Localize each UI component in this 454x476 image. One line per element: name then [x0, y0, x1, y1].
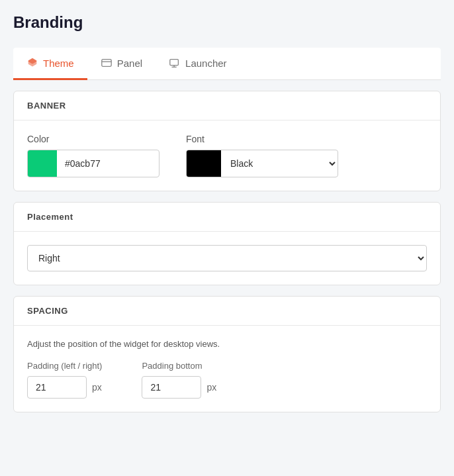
color-group: Color #0acb77: [27, 134, 159, 177]
spacing-body: Adjust the position of the widget for de…: [14, 326, 440, 412]
placement-select[interactable]: Right Left Center: [27, 245, 427, 271]
svg-rect-2: [170, 60, 179, 66]
padding-lr-input[interactable]: [27, 376, 87, 399]
banner-body: Color #0acb77 Font Black White: [14, 120, 440, 191]
placement-header: Placement: [14, 203, 440, 232]
tab-launcher-label: Launcher: [185, 58, 227, 69]
spacing-description: Adjust the position of the widget for de…: [27, 339, 427, 349]
panel-icon: [101, 57, 113, 69]
spacing-card: SPACING Adjust the position of the widge…: [13, 296, 441, 412]
content-area: BANNER Color #0acb77 Font: [13, 80, 441, 434]
spacing-header: SPACING: [14, 297, 440, 326]
padding-bottom-input-row: px: [142, 376, 216, 399]
padding-bottom-group: Padding bottom px: [142, 361, 216, 399]
tab-theme[interactable]: Theme: [13, 48, 87, 80]
color-input-wrapper[interactable]: #0acb77: [27, 150, 159, 177]
placement-body: Right Left Center: [14, 232, 440, 285]
padding-bottom-unit: px: [206, 382, 216, 393]
padding-lr-label: Padding (left / right): [27, 361, 102, 371]
theme-icon: [26, 57, 38, 69]
padding-lr-input-row: px: [27, 376, 102, 399]
padding-lr-unit: px: [92, 382, 102, 393]
tab-theme-label: Theme: [43, 58, 74, 69]
color-hex-text: #0acb77: [57, 158, 159, 169]
font-color-swatch[interactable]: [187, 150, 221, 177]
svg-rect-0: [101, 60, 111, 67]
color-label: Color: [27, 134, 159, 144]
tab-launcher[interactable]: Launcher: [156, 48, 240, 80]
color-swatch[interactable]: [28, 150, 57, 177]
padding-bottom-input[interactable]: [142, 376, 201, 399]
padding-row: Padding (left / right) px Padding bottom…: [27, 361, 427, 399]
tabs-bar: Theme Panel Launcher: [13, 48, 441, 80]
font-select-wrapper: Black White Gray: [186, 150, 338, 177]
font-group: Font Black White Gray: [186, 134, 338, 177]
launcher-icon: [169, 57, 181, 69]
banner-header: BANNER: [14, 91, 440, 120]
font-select[interactable]: Black White Gray: [221, 158, 338, 169]
banner-card: BANNER Color #0acb77 Font: [13, 91, 441, 191]
page-title: Branding: [13, 13, 441, 32]
padding-lr-group: Padding (left / right) px: [27, 361, 102, 399]
banner-form-row: Color #0acb77 Font Black White: [27, 134, 427, 177]
placement-card: Placement Right Left Center: [13, 202, 441, 285]
tab-panel[interactable]: Panel: [87, 48, 156, 80]
padding-bottom-label: Padding bottom: [142, 361, 216, 371]
font-label: Font: [186, 134, 338, 144]
tab-panel-label: Panel: [117, 58, 142, 69]
